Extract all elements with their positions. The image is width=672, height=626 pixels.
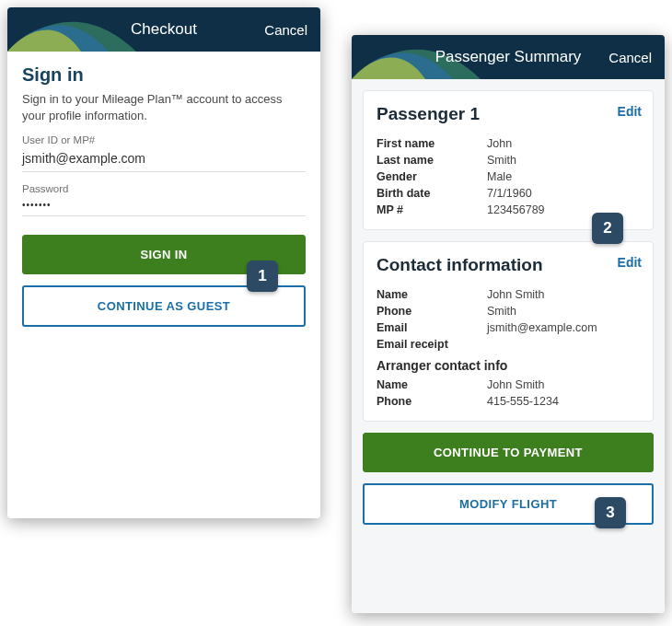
value-last-name: Smith (487, 154, 516, 167)
contact-card: Contact information Edit Name John Smith… (363, 241, 654, 422)
row-contact-name: Name John Smith (377, 286, 640, 303)
checkout-content: Sign in Sign in to your Mileage Plan™ ac… (7, 52, 320, 343)
signin-buttons: SIGN IN CONTINUE AS GUEST 1 (22, 235, 306, 327)
label-gender: Gender (377, 170, 487, 183)
value-arranger-phone: 415-555-1234 (487, 395, 559, 408)
contact-heading: Contact information (377, 255, 640, 275)
row-last-name: Last name Smith (377, 152, 640, 168)
edit-passenger-link[interactable]: Edit (618, 104, 642, 119)
label-contact-name: Name (377, 288, 487, 301)
label-contact-phone: Phone (377, 305, 487, 318)
value-mp-number: 123456789 (487, 203, 545, 216)
row-contact-email: Email jsmith@example.com (377, 319, 640, 336)
row-first-name: First name John (377, 135, 640, 152)
row-contact-phone: Phone Smith (377, 303, 640, 319)
row-arranger-name: Name John Smith (377, 377, 640, 393)
password-value: ••••••• (22, 196, 306, 215)
summary-content: Passenger 1 Edit First name John Last na… (352, 79, 665, 613)
signin-heading: Sign in (22, 64, 306, 86)
callout-badge-3: 3 (595, 497, 626, 528)
label-last-name: Last name (377, 154, 487, 167)
value-contact-phone: Smith (487, 305, 516, 318)
label-birth-date: Birth date (377, 187, 487, 200)
callout-badge-2: 2 (592, 213, 623, 244)
row-email-receipt: Email receipt (377, 336, 640, 353)
user-id-label: User ID or MP# (22, 134, 306, 145)
cancel-link[interactable]: Cancel (608, 50, 652, 65)
password-field[interactable]: Password ••••••• (22, 183, 306, 216)
checkout-screen: Checkout Cancel Sign in Sign in to your … (7, 7, 320, 518)
edit-contact-link[interactable]: Edit (618, 255, 642, 270)
continue-to-payment-button[interactable]: CONTINUE TO PAYMENT (363, 433, 654, 472)
value-arranger-name: John Smith (487, 378, 545, 391)
value-birth-date: 7/1/1960 (487, 187, 532, 200)
summary-buttons: CONTINUE TO PAYMENT MODIFY FLIGHT 3 (363, 433, 654, 525)
arranger-subheading: Arranger contact info (377, 358, 640, 373)
passenger-card: Passenger 1 Edit First name John Last na… (363, 90, 654, 230)
value-contact-name: John Smith (487, 288, 545, 301)
passenger-heading: Passenger 1 (377, 104, 640, 124)
value-first-name: John (487, 137, 512, 150)
label-arranger-phone: Phone (377, 395, 487, 408)
user-id-value: jsmith@example.com (22, 147, 306, 171)
cancel-link[interactable]: Cancel (264, 22, 307, 38)
password-label: Password (22, 183, 306, 194)
row-arranger-phone: Phone 415-555-1234 (377, 393, 640, 410)
label-email-receipt: Email receipt (377, 338, 487, 351)
header-title: Checkout (131, 20, 197, 39)
label-mp-number: MP # (377, 203, 487, 216)
passenger-summary-screen: Passenger Summary Cancel Passenger 1 Edi… (352, 35, 665, 613)
row-birth-date: Birth date 7/1/1960 (377, 185, 640, 202)
header-checkout: Checkout Cancel (7, 7, 320, 52)
header-passenger-summary: Passenger Summary Cancel (352, 35, 665, 79)
user-id-field[interactable]: User ID or MP# jsmith@example.com (22, 134, 306, 172)
value-contact-email: jsmith@example.com (487, 321, 597, 334)
signin-description: Sign in to your Mileage Plan™ account to… (22, 91, 306, 123)
label-first-name: First name (377, 137, 487, 150)
row-gender: Gender Male (377, 168, 640, 185)
label-arranger-name: Name (377, 378, 487, 391)
value-gender: Male (487, 170, 512, 183)
header-title: Passenger Summary (435, 48, 582, 66)
callout-badge-1: 1 (247, 261, 278, 292)
label-contact-email: Email (377, 321, 487, 334)
